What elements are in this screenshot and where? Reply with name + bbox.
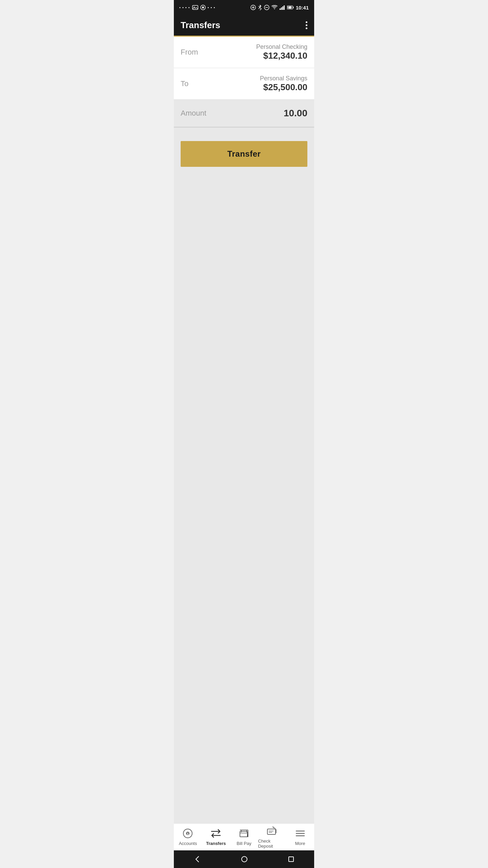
home-button[interactable]	[234, 853, 255, 865]
transfer-button[interactable]: Transfer	[181, 141, 307, 167]
svg-rect-11	[280, 8, 281, 10]
svg-point-31	[242, 856, 247, 862]
status-bar: • • • • • • •	[174, 0, 314, 15]
accounts-label: Accounts	[179, 841, 197, 846]
nav-item-accounts[interactable]: $ Accounts	[174, 825, 202, 849]
app-header: Transfers	[174, 15, 314, 37]
signal-strength-icon	[280, 5, 285, 10]
amount-row[interactable]: Amount 10.00	[174, 100, 314, 127]
accounts-icon: $	[182, 828, 193, 839]
wifi-icon	[271, 5, 278, 10]
battery-icon	[287, 5, 294, 9]
to-account-balance: $25,500.00	[260, 82, 307, 93]
menu-dot-1	[306, 21, 307, 23]
svg-line-8	[259, 7, 260, 9]
plus-circle-icon	[250, 5, 256, 10]
svg-rect-14	[284, 5, 285, 10]
transfer-button-area: Transfer	[174, 127, 314, 823]
svg-rect-12	[281, 7, 282, 10]
checkdeposit-label: Check Deposit	[258, 839, 286, 849]
more-label: More	[295, 841, 305, 846]
recents-button[interactable]	[281, 853, 301, 865]
svg-point-3	[202, 6, 204, 8]
svg-rect-0	[192, 5, 198, 9]
back-button[interactable]	[187, 853, 207, 865]
main-content: From Personal Checking $12,340.10 To Per…	[174, 37, 314, 823]
from-label: From	[181, 48, 198, 57]
svg-rect-16	[293, 7, 293, 8]
checkdeposit-icon	[267, 826, 278, 836]
billpay-label: Bill Pay	[237, 841, 251, 846]
from-account-info: Personal Checking $12,340.10	[256, 43, 307, 61]
menu-dot-3	[306, 27, 307, 29]
amount-value: 10.00	[284, 108, 307, 119]
transfers-label: Transfers	[206, 841, 226, 846]
nav-item-transfers[interactable]: Transfers	[202, 825, 230, 849]
svg-rect-32	[289, 857, 293, 862]
bottom-nav: $ Accounts Transfers	[174, 823, 314, 850]
image-icon	[192, 5, 198, 10]
status-left: • • • • • • •	[179, 5, 215, 10]
svg-text:$: $	[187, 832, 189, 835]
android-nav-bar	[174, 850, 314, 868]
svg-rect-13	[282, 6, 283, 10]
from-row[interactable]: From Personal Checking $12,340.10	[174, 37, 314, 68]
time: 10:41	[296, 5, 309, 11]
menu-dot-2	[306, 24, 307, 26]
to-account-name: Personal Savings	[260, 75, 307, 82]
billpay-icon	[239, 828, 249, 839]
from-account-name: Personal Checking	[256, 43, 307, 51]
dots-icon: • • •	[208, 5, 216, 9]
more-icon	[295, 828, 306, 839]
nav-item-more[interactable]: More	[286, 825, 314, 849]
svg-rect-25	[267, 829, 276, 834]
nav-item-checkdeposit[interactable]: Check Deposit	[258, 823, 286, 851]
minus-circle-icon	[264, 5, 269, 10]
amount-label: Amount	[181, 109, 206, 118]
to-row[interactable]: To Personal Savings $25,500.00	[174, 68, 314, 100]
nav-item-billpay[interactable]: Bill Pay	[230, 825, 258, 849]
from-account-balance: $12,340.10	[256, 51, 307, 61]
circle-icon	[200, 5, 206, 10]
bluetooth-icon	[258, 4, 262, 11]
to-label: To	[181, 79, 188, 88]
page-title: Transfers	[181, 20, 220, 31]
signal-icon: • • • •	[179, 5, 190, 9]
more-options-button[interactable]	[306, 21, 307, 29]
status-right: 10:41	[250, 4, 309, 11]
svg-line-7	[259, 6, 260, 7]
to-account-info: Personal Savings $25,500.00	[260, 75, 307, 93]
transfers-icon	[210, 828, 221, 839]
